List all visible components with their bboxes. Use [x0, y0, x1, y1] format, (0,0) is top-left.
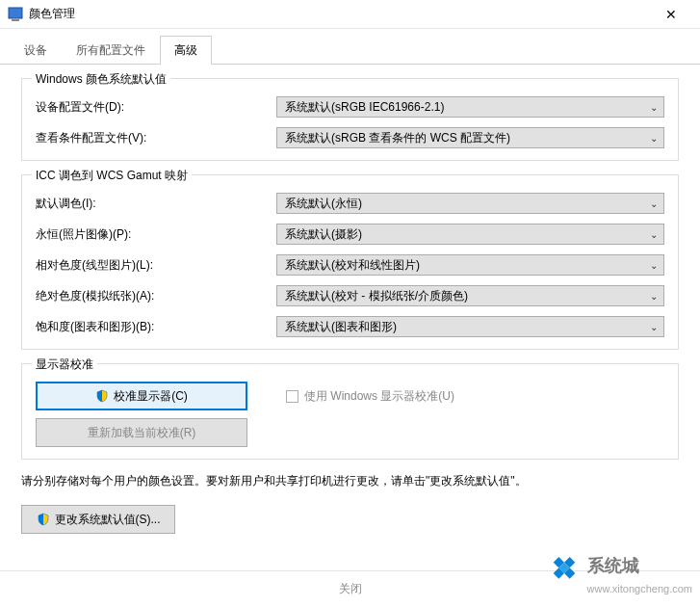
- window-title: 颜色管理: [29, 6, 650, 22]
- chevron-down-icon: ⌄: [650, 133, 658, 144]
- select-saturation-value: 系统默认(图表和图形): [285, 319, 397, 335]
- footer-close-label: 关闭: [339, 581, 362, 597]
- shield-icon: [95, 389, 109, 403]
- close-icon: ✕: [665, 7, 677, 22]
- tab-devices[interactable]: 设备: [10, 36, 62, 65]
- select-viewing-profile[interactable]: 系统默认(sRGB 查看条件的 WCS 配置文件) ⌄: [276, 127, 664, 148]
- shield-icon: [37, 513, 50, 526]
- group-windows-defaults: Windows 颜色系统默认值 设备配置文件(D): 系统默认(sRGB IEC…: [21, 78, 679, 161]
- chevron-down-icon: ⌄: [650, 322, 658, 332]
- watermark-icon: [547, 556, 582, 595]
- chevron-down-icon: ⌄: [650, 260, 658, 271]
- select-device-profile-value: 系统默认(sRGB IEC61966-2.1): [285, 99, 444, 116]
- titlebar: 颜色管理 ✕: [0, 0, 700, 29]
- select-absolute[interactable]: 系统默认(校对 - 模拟纸张/介质颜色) ⌄: [276, 285, 664, 306]
- label-saturation: 饱和度(图表和图形)(B):: [36, 319, 276, 335]
- reload-calibration-label: 重新加载当前校准(R): [88, 425, 196, 441]
- svg-rect-1: [12, 19, 19, 21]
- tab-bar: 设备 所有配置文件 高级: [0, 29, 700, 65]
- tab-all-profiles[interactable]: 所有配置文件: [62, 36, 160, 65]
- group-title-icc-mapping: ICC 调色到 WCS Gamut 映射: [32, 168, 192, 184]
- select-saturation[interactable]: 系统默认(图表和图形) ⌄: [276, 316, 664, 337]
- select-relative-value: 系统默认(校对和线性图片): [285, 257, 420, 274]
- label-default-rendering: 默认调色(I):: [36, 196, 276, 212]
- content-area: Windows 颜色系统默认值 设备配置文件(D): 系统默认(sRGB IEC…: [0, 65, 700, 534]
- row-perceptual: 永恒(照片图像)(P): 系统默认(摄影) ⌄: [36, 224, 664, 245]
- tab-advanced[interactable]: 高级: [160, 36, 212, 65]
- row-viewing-profile: 查看条件配置文件(V): 系统默认(sRGB 查看条件的 WCS 配置文件) ⌄: [36, 127, 664, 148]
- select-default-rendering-value: 系统默认(永恒): [285, 196, 362, 212]
- svg-rect-0: [9, 8, 22, 18]
- use-windows-calibration-checkbox[interactable]: 使用 Windows 显示器校准(U): [286, 388, 454, 405]
- group-title-display-calibration: 显示器校准: [32, 356, 97, 373]
- row-saturation: 饱和度(图表和图形)(B): 系统默认(图表和图形) ⌄: [36, 316, 664, 337]
- watermark-label: 系统城: [587, 554, 692, 577]
- calibrate-display-button[interactable]: 校准显示器(C): [36, 382, 247, 410]
- label-perceptual: 永恒(照片图像)(P):: [36, 226, 276, 243]
- group-title-windows-defaults: Windows 颜色系统默认值: [32, 71, 170, 88]
- label-relative: 相对色度(线型图片)(L):: [36, 257, 276, 274]
- close-button[interactable]: ✕: [650, 1, 692, 28]
- row-relative: 相对色度(线型图片)(L): 系统默认(校对和线性图片) ⌄: [36, 254, 664, 276]
- group-icc-mapping: ICC 调色到 WCS Gamut 映射 默认调色(I): 系统默认(永恒) ⌄…: [21, 174, 679, 350]
- chevron-down-icon: ⌄: [650, 102, 658, 113]
- select-absolute-value: 系统默认(校对 - 模拟纸张/介质颜色): [285, 288, 468, 304]
- use-windows-calibration-label: 使用 Windows 显示器校准(U): [304, 388, 454, 405]
- chevron-down-icon: ⌄: [650, 229, 658, 240]
- select-device-profile[interactable]: 系统默认(sRGB IEC61966-2.1) ⌄: [276, 96, 664, 118]
- checkbox-box-icon: [286, 390, 298, 403]
- select-default-rendering[interactable]: 系统默认(永恒) ⌄: [276, 193, 664, 214]
- row-absolute: 绝对色度(模拟纸张)(A): 系统默认(校对 - 模拟纸张/介质颜色) ⌄: [36, 285, 664, 306]
- change-system-defaults-button[interactable]: 更改系统默认值(S)...: [21, 505, 175, 534]
- calibrate-display-label: 校准显示器(C): [114, 388, 188, 405]
- label-absolute: 绝对色度(模拟纸张)(A):: [36, 288, 276, 304]
- select-viewing-profile-value: 系统默认(sRGB 查看条件的 WCS 配置文件): [285, 130, 510, 146]
- watermark: 系统城 www.xitongcheng.com: [547, 554, 692, 597]
- select-relative[interactable]: 系统默认(校对和线性图片) ⌄: [276, 254, 664, 276]
- row-default-rendering: 默认调色(I): 系统默认(永恒) ⌄: [36, 193, 664, 214]
- group-display-calibration: 显示器校准 校准显示器(C) 使用 Windows 显示器校准(U) 重新加载当…: [21, 363, 679, 460]
- chevron-down-icon: ⌄: [650, 198, 658, 209]
- select-perceptual[interactable]: 系统默认(摄影) ⌄: [276, 224, 664, 245]
- reload-calibration-button: 重新加载当前校准(R): [36, 418, 247, 447]
- note-text: 请分别存储对每个用户的颜色设置。要对新用户和共享打印机进行更改，请单击"更改系统…: [21, 473, 679, 489]
- row-device-profile: 设备配置文件(D): 系统默认(sRGB IEC61966-2.1) ⌄: [36, 96, 664, 118]
- watermark-sub: www.xitongcheng.com: [587, 583, 692, 594]
- chevron-down-icon: ⌄: [650, 291, 658, 302]
- label-viewing-profile: 查看条件配置文件(V):: [36, 130, 276, 146]
- select-perceptual-value: 系统默认(摄影): [285, 226, 362, 243]
- change-system-defaults-label: 更改系统默认值(S)...: [55, 512, 161, 528]
- label-device-profile: 设备配置文件(D):: [36, 99, 276, 116]
- app-icon: [8, 7, 23, 22]
